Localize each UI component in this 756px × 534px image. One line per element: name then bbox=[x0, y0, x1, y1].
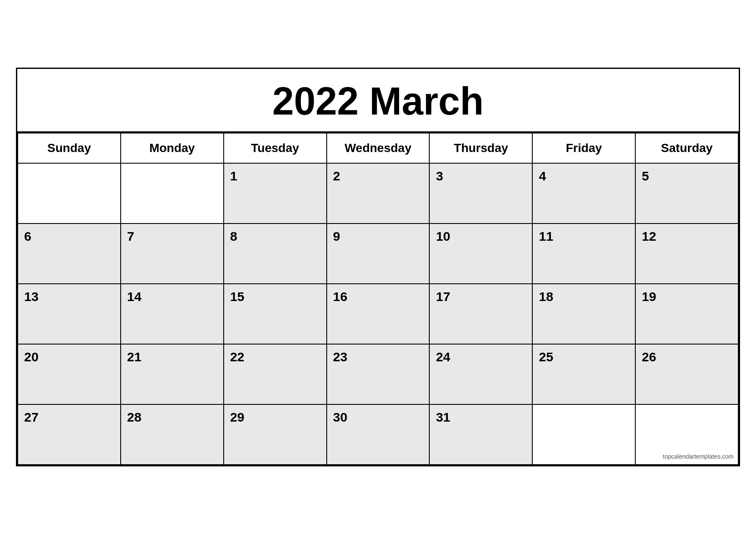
calendar-cell-w5-d3[interactable]: 29 bbox=[224, 404, 327, 465]
calendar-cell-w2-d4[interactable]: 9 bbox=[327, 224, 430, 284]
calendar-container: 2022 March Sunday Monday Tuesday Wednesd… bbox=[16, 68, 740, 466]
calendar-cell-w4-d2[interactable]: 21 bbox=[121, 344, 224, 404]
calendar-cell-w3-d3[interactable]: 15 bbox=[224, 284, 327, 344]
week-row-5: 2728293031topcalendartemplates.com bbox=[18, 404, 738, 465]
week-row-3: 13141516171819 bbox=[18, 284, 738, 344]
week-row-1: 12345 bbox=[18, 163, 738, 224]
weekday-header-row: Sunday Monday Tuesday Wednesday Thursday… bbox=[18, 133, 738, 163]
day-number: 20 bbox=[24, 350, 38, 364]
day-number: 1 bbox=[230, 169, 237, 183]
calendar-cell-w4-d3[interactable]: 22 bbox=[224, 344, 327, 404]
calendar-cell-w2-d1[interactable]: 6 bbox=[18, 224, 121, 284]
calendar-cell-w1-d4[interactable]: 2 bbox=[327, 163, 430, 224]
calendar-cell-w3-d1[interactable]: 13 bbox=[18, 284, 121, 344]
calendar-cell-w5-d7[interactable]: topcalendartemplates.com bbox=[635, 404, 738, 465]
day-number: 21 bbox=[127, 350, 141, 364]
calendar-cell-w4-d5[interactable]: 24 bbox=[429, 344, 532, 404]
day-number: 25 bbox=[539, 350, 553, 364]
day-number: 27 bbox=[24, 410, 38, 424]
calendar-grid: Sunday Monday Tuesday Wednesday Thursday… bbox=[17, 133, 739, 465]
day-number: 7 bbox=[127, 229, 134, 243]
day-number: 14 bbox=[127, 289, 141, 304]
weekday-tuesday: Tuesday bbox=[224, 133, 327, 163]
calendar-body: 1234567891011121314151617181920212223242… bbox=[18, 163, 738, 465]
calendar-cell-w2-d7[interactable]: 12 bbox=[635, 224, 738, 284]
calendar-cell-w1-d3[interactable]: 1 bbox=[224, 163, 327, 224]
calendar-cell-w2-d2[interactable]: 7 bbox=[121, 224, 224, 284]
day-number: 10 bbox=[436, 229, 450, 243]
calendar-cell-w5-d6[interactable] bbox=[532, 404, 635, 465]
day-number: 30 bbox=[333, 410, 347, 424]
calendar-cell-w1-d6[interactable]: 4 bbox=[532, 163, 635, 224]
weekday-friday: Friday bbox=[532, 133, 635, 163]
day-number: 18 bbox=[539, 289, 553, 304]
watermark-text: topcalendartemplates.com bbox=[663, 453, 734, 460]
day-number: 22 bbox=[230, 350, 244, 364]
calendar-cell-w5-d4[interactable]: 30 bbox=[327, 404, 430, 465]
day-number: 17 bbox=[436, 289, 450, 304]
day-number: 12 bbox=[642, 229, 656, 243]
day-number: 29 bbox=[230, 410, 244, 424]
week-row-4: 20212223242526 bbox=[18, 344, 738, 404]
calendar-cell-w2-d5[interactable]: 10 bbox=[429, 224, 532, 284]
calendar-cell-w2-d6[interactable]: 11 bbox=[532, 224, 635, 284]
calendar-cell-w1-d1[interactable] bbox=[18, 163, 121, 224]
calendar-cell-w1-d5[interactable]: 3 bbox=[429, 163, 532, 224]
day-number: 11 bbox=[539, 229, 553, 243]
calendar-cell-w4-d4[interactable]: 23 bbox=[327, 344, 430, 404]
weekday-wednesday: Wednesday bbox=[327, 133, 430, 163]
day-number: 8 bbox=[230, 229, 237, 243]
day-number: 13 bbox=[24, 289, 38, 304]
calendar-cell-w3-d7[interactable]: 19 bbox=[635, 284, 738, 344]
day-number: 6 bbox=[24, 229, 31, 243]
calendar-cell-w1-d7[interactable]: 5 bbox=[635, 163, 738, 224]
weekday-monday: Monday bbox=[121, 133, 224, 163]
calendar-cell-w3-d2[interactable]: 14 bbox=[121, 284, 224, 344]
day-number: 26 bbox=[642, 350, 656, 364]
day-number: 31 bbox=[436, 410, 450, 424]
day-number: 28 bbox=[127, 410, 141, 424]
day-number: 15 bbox=[230, 289, 244, 304]
day-number: 3 bbox=[436, 169, 443, 183]
calendar-cell-w5-d5[interactable]: 31 bbox=[429, 404, 532, 465]
day-number: 5 bbox=[642, 169, 649, 183]
day-number: 19 bbox=[642, 289, 656, 304]
calendar-cell-w4-d6[interactable]: 25 bbox=[532, 344, 635, 404]
calendar-cell-w5-d2[interactable]: 28 bbox=[121, 404, 224, 465]
weekday-saturday: Saturday bbox=[635, 133, 738, 163]
day-number: 16 bbox=[333, 289, 347, 304]
day-number: 24 bbox=[436, 350, 450, 364]
calendar-cell-w3-d5[interactable]: 17 bbox=[429, 284, 532, 344]
day-number: 4 bbox=[539, 169, 546, 183]
calendar-cell-w5-d1[interactable]: 27 bbox=[18, 404, 121, 465]
day-number: 2 bbox=[333, 169, 341, 183]
calendar-header: 2022 March bbox=[17, 69, 739, 133]
calendar-title: 2022 March bbox=[26, 82, 730, 121]
weekday-thursday: Thursday bbox=[429, 133, 532, 163]
calendar-cell-w3-d6[interactable]: 18 bbox=[532, 284, 635, 344]
week-row-2: 6789101112 bbox=[18, 224, 738, 284]
calendar-cell-w3-d4[interactable]: 16 bbox=[327, 284, 430, 344]
calendar-cell-w4-d7[interactable]: 26 bbox=[635, 344, 738, 404]
calendar-cell-w4-d1[interactable]: 20 bbox=[18, 344, 121, 404]
calendar-cell-w1-d2[interactable] bbox=[121, 163, 224, 224]
day-number: 23 bbox=[333, 350, 347, 364]
weekday-sunday: Sunday bbox=[18, 133, 121, 163]
day-number: 9 bbox=[333, 229, 341, 243]
calendar-cell-w2-d3[interactable]: 8 bbox=[224, 224, 327, 284]
